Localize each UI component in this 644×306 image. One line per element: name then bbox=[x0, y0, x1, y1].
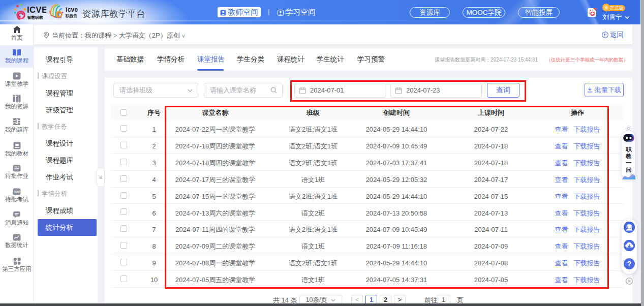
svg-text:智慧职教: 智慧职教 bbox=[27, 15, 43, 20]
svg-text:100: 100 bbox=[14, 190, 20, 194]
svg-text:icve: icve bbox=[66, 6, 78, 13]
svg-text:ICVE: ICVE bbox=[27, 5, 46, 14]
svg-text:职教云: 职教云 bbox=[65, 14, 77, 18]
